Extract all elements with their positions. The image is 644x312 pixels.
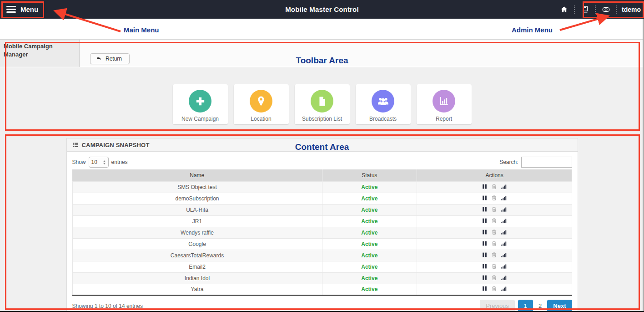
stats-icon[interactable] [501, 184, 507, 189]
bar-chart-icon [433, 90, 455, 113]
page-size-control: Show 10 entries [72, 157, 128, 168]
pause-icon[interactable] [482, 286, 488, 292]
card-label: New Campaign [181, 116, 219, 122]
admin-menu: tdemo [559, 5, 644, 15]
pause-icon[interactable] [482, 263, 488, 269]
username-menu[interactable]: tdemo [622, 6, 642, 13]
pause-icon[interactable] [482, 275, 488, 281]
page-size-value: 10 [91, 159, 97, 165]
trash-icon[interactable] [491, 263, 497, 269]
toggle-icon[interactable] [601, 5, 611, 15]
hamburger-icon [6, 6, 16, 13]
pagination-next[interactable]: Next [547, 300, 572, 312]
pause-icon[interactable] [482, 184, 488, 189]
trash-icon[interactable] [491, 286, 497, 292]
trash-icon[interactable] [491, 184, 497, 189]
stats-icon[interactable] [501, 275, 507, 281]
table-row: SMS Object test Active [72, 181, 572, 193]
status-cell: Active [322, 204, 417, 215]
pause-icon[interactable] [482, 218, 488, 224]
pause-icon[interactable] [482, 195, 488, 201]
table-row: CaesarsTotalRewards Active [72, 250, 572, 261]
status-cell: Active [322, 238, 417, 250]
card-label: Report [436, 116, 452, 122]
pagination-2[interactable]: 2 [536, 300, 544, 312]
pause-icon[interactable] [482, 252, 488, 258]
toolbar-card-new-campaign[interactable]: New Campaign [173, 84, 228, 124]
page-size-select[interactable]: 10 [89, 157, 109, 168]
actions-cell [417, 238, 572, 250]
plus-icon [189, 90, 211, 113]
table-row: Google Active [72, 238, 572, 250]
trash-icon[interactable] [491, 252, 497, 258]
return-label: Return [106, 56, 122, 62]
status-badge: Active [361, 241, 377, 247]
actions-cell [417, 227, 572, 238]
toolbar-top-strip: Return [80, 40, 644, 67]
status-badge: Active [361, 230, 377, 236]
toolbar-card-location[interactable]: Location [234, 84, 289, 124]
campaign-name-cell: Indian Idol [72, 272, 322, 284]
book-icon[interactable] [580, 5, 590, 15]
toolbar-card-broadcasts[interactable]: Broadcasts [356, 84, 411, 124]
map-pin-icon [250, 90, 272, 113]
stats-icon[interactable] [501, 206, 507, 212]
column-header-actions[interactable]: Actions [417, 169, 572, 181]
return-button[interactable]: Return [90, 53, 130, 64]
entries-summary: Showing 1 to 10 of 14 entries [72, 303, 143, 309]
trash-icon[interactable] [491, 218, 497, 224]
trash-icon[interactable] [491, 229, 497, 235]
table-row: Email2 Active [72, 261, 572, 272]
toolbar-card-subscription-list[interactable]: Subscription List [295, 84, 350, 124]
stats-icon[interactable] [501, 218, 507, 224]
pagination-1[interactable]: 1 [518, 300, 533, 312]
pagination-previous[interactable]: Previous [480, 300, 515, 312]
column-header-name[interactable]: Name [72, 169, 322, 181]
toolbar-card-report[interactable]: Report [417, 84, 472, 124]
page-header-band: Mobile Campaign Manager Return [0, 39, 644, 67]
table-row: demoSubscription Active [72, 193, 572, 204]
campaign-table: Name Status Actions SMS Object test Acti… [72, 169, 572, 296]
panel-header: CAMPAIGN SNAPSHOT [66, 138, 578, 152]
stats-icon[interactable] [501, 252, 507, 258]
pause-icon[interactable] [482, 229, 488, 235]
divider [595, 5, 596, 14]
status-cell: Active [322, 227, 417, 238]
stats-icon[interactable] [501, 240, 507, 246]
spinner-arrows-icon [103, 160, 106, 165]
trash-icon[interactable] [491, 240, 497, 246]
trash-icon[interactable] [491, 275, 497, 281]
pause-icon[interactable] [482, 206, 488, 212]
card-label: Location [251, 116, 271, 122]
stats-icon[interactable] [501, 286, 507, 292]
trash-icon[interactable] [491, 206, 497, 212]
search-input[interactable] [521, 157, 572, 168]
column-header-status[interactable]: Status [322, 169, 417, 181]
search-label: Search: [499, 159, 518, 165]
status-cell: Active [322, 272, 417, 284]
annotation-label-main-menu: Main Menu [124, 26, 159, 34]
actions-cell [417, 272, 572, 284]
status-badge: Active [361, 286, 377, 292]
home-icon[interactable] [559, 5, 569, 15]
actions-cell [417, 284, 572, 295]
sidebar-header: Mobile Campaign Manager [0, 40, 80, 67]
stats-icon[interactable] [501, 229, 507, 235]
table-row: Wendys raffle Active [72, 227, 572, 238]
panel-title: CAMPAIGN SNAPSHOT [82, 142, 150, 148]
table-controls: Show 10 entries Search: [72, 155, 572, 169]
card-label: Subscription List [302, 116, 342, 122]
campaign-name-cell: demoSubscription [72, 193, 322, 204]
show-label: Show [72, 159, 86, 165]
divider [616, 5, 617, 14]
status-badge: Active [361, 184, 377, 190]
top-navbar: Menu Mobile Master Control tdemo [0, 0, 644, 19]
stats-icon[interactable] [501, 263, 507, 269]
status-badge: Active [361, 195, 377, 202]
main-menu-button[interactable]: Menu [0, 5, 38, 13]
stats-icon[interactable] [501, 195, 507, 201]
table-footer: Showing 1 to 10 of 14 entries Previous12… [72, 296, 572, 312]
pause-icon[interactable] [482, 240, 488, 246]
trash-icon[interactable] [491, 195, 497, 201]
table-row: ULA-Rifa Active [72, 204, 572, 215]
